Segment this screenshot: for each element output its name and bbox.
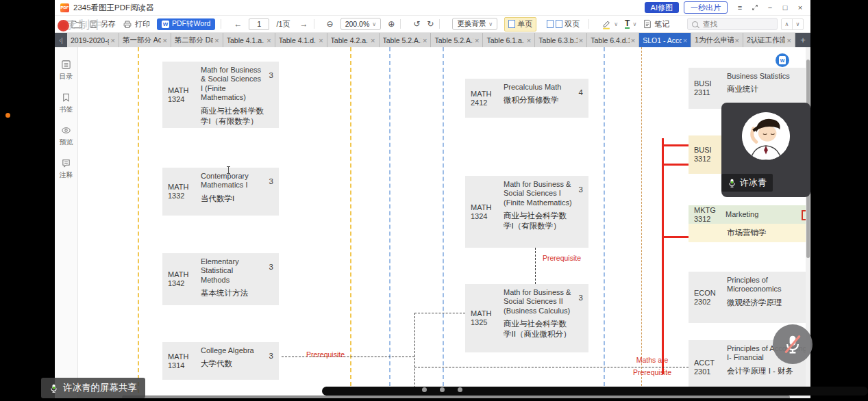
search-icon — [692, 21, 698, 27]
change-background-select[interactable]: 更换背景 ∨ — [452, 18, 497, 30]
left-sidebar: 目录 书签 预览 注释 — [55, 47, 78, 398]
mic-muted-button[interactable] — [773, 324, 813, 364]
tab-close-icon[interactable]: × — [371, 36, 375, 44]
page-nav-dot[interactable] — [458, 387, 462, 392]
pdf-canvas[interactable]: Prerequisite Prerequisite Maths are Prer… — [78, 47, 810, 398]
course-credits: 3 — [264, 257, 273, 301]
course-credits: 3 — [264, 172, 273, 211]
sidebar-item-bookmarks[interactable]: 书签 — [60, 92, 73, 114]
notes-button[interactable]: 笔记 — [643, 19, 669, 29]
rotate-right-icon[interactable]: ↻ — [427, 19, 434, 29]
tab-list: 2019-2020-g × 第一部分 Aca × 第二部分 Dat × Tabl… — [67, 33, 795, 47]
save-as-button[interactable]: 另存 — [89, 19, 116, 29]
document-tab[interactable]: 第二部分 Dat × — [171, 33, 223, 47]
new-tab-button[interactable]: + — [795, 33, 810, 47]
mic-icon — [49, 383, 58, 393]
guide-line-blue — [443, 47, 444, 393]
pdf-to-word-button[interactable]: W PDF转Word — [157, 18, 215, 30]
tab-scroll-left-button[interactable]: ‹| — [55, 33, 67, 47]
double-page-mode-button[interactable]: 双页 — [543, 18, 583, 31]
document-tab[interactable]: Table 6.4.d.1 × — [587, 33, 639, 47]
minimize-button[interactable]: − — [762, 1, 778, 14]
horizontal-scrollbar-thumb[interactable] — [122, 396, 790, 398]
document-tab[interactable]: SLO1 - Accou × — [639, 33, 691, 47]
tab-close-icon[interactable]: × — [162, 36, 166, 44]
sidebar-item-annotations[interactable]: 注释 — [60, 158, 73, 180]
ai-edit-button[interactable]: AI修图 — [645, 2, 679, 13]
tab-close-icon[interactable]: × — [683, 36, 687, 44]
fullscreen-icon[interactable] — [747, 1, 762, 14]
tab-close-icon[interactable]: × — [266, 36, 271, 44]
zoom-level-value: 200.0% — [345, 20, 370, 28]
text-tool-button[interactable]: T ∨ — [625, 19, 636, 29]
tab-close-icon[interactable]: × — [475, 36, 479, 44]
course-title: Marketing — [726, 210, 758, 219]
tab-label: Table 4.1.d. C — [279, 36, 317, 44]
course-title: Math for Business & Social Sciences I (F… — [504, 180, 573, 207]
page-nav-dot[interactable] — [422, 387, 427, 392]
tab-close-icon[interactable]: × — [110, 36, 114, 44]
document-tab[interactable]: Table 4.1.d. C × — [275, 33, 327, 47]
page-nav-dot[interactable] — [440, 387, 445, 392]
course-title-zh: 微观经济学原理 — [727, 298, 809, 308]
course-box-econ-2302: ECON 2302 Principles of Microeconomics 微… — [689, 272, 810, 323]
menu-icon[interactable]: ≡ — [732, 1, 747, 14]
course-code: MATH 1324 — [471, 180, 502, 244]
course-credits: 4 — [573, 83, 583, 114]
document-tab[interactable]: 2019-2020-g × — [67, 33, 119, 47]
one-sec-video-button[interactable]: 一秒出片 — [684, 1, 728, 14]
document-tab[interactable]: 2认证工作流程 × — [743, 33, 795, 47]
printer-icon — [123, 20, 132, 29]
tab-close-icon[interactable]: × — [527, 36, 531, 44]
document-tab[interactable]: 1为什么申请A × — [691, 33, 743, 47]
separator — [439, 19, 440, 29]
meeting-dock-bar[interactable] — [322, 387, 868, 396]
highlighter-tool-button[interactable]: ∨ — [602, 19, 618, 29]
search-prev-icon[interactable]: ∧ — [782, 19, 793, 29]
prerequisite-label: Prerequisite — [306, 350, 345, 359]
tab-label: Table 4.1.a. N — [227, 36, 265, 44]
page-number-input[interactable] — [249, 18, 269, 30]
participant-video-tile[interactable]: 许冰青 — [721, 103, 810, 197]
sidebar-item-preview[interactable]: 预览 — [60, 125, 73, 147]
document-tab[interactable]: 第一部分 Aca × — [119, 33, 171, 47]
tab-close-icon[interactable]: × — [735, 36, 739, 44]
document-tab[interactable]: Table 6.1.a. C × — [483, 33, 535, 47]
folder-icon — [71, 20, 82, 29]
zoom-in-icon[interactable]: ⊕ — [388, 19, 395, 29]
single-page-mode-button[interactable]: 单页 — [504, 17, 536, 31]
sidebar-item-toc[interactable]: 目录 — [60, 60, 73, 81]
course-credits: 3 — [264, 66, 273, 124]
tab-label: Table 6.4.d.1 — [591, 36, 629, 44]
search-next-icon[interactable]: ∨ — [793, 19, 803, 29]
document-tab[interactable]: Table 5.2.A.1 × — [431, 33, 483, 47]
zoom-level-select[interactable]: 200.0% ∨ — [340, 18, 381, 30]
document-tab[interactable]: Table 4.2.a. A × — [327, 33, 380, 47]
tab-close-icon[interactable]: × — [423, 36, 427, 44]
tab-close-icon[interactable]: × — [631, 36, 635, 44]
next-page-button[interactable]: → — [300, 19, 308, 29]
tab-close-icon[interactable]: × — [786, 36, 791, 44]
search-input[interactable] — [702, 19, 759, 29]
tab-close-icon[interactable]: × — [214, 36, 219, 44]
rotate-left-icon[interactable]: ↺ — [413, 19, 420, 29]
tab-label: SLO1 - Accou — [643, 36, 681, 44]
screen-share-banner: 许冰青的屏幕共享 — [41, 378, 145, 398]
close-button[interactable]: × — [793, 1, 808, 14]
print-button[interactable]: 打印 — [123, 19, 150, 29]
word-export-float-icon[interactable]: W — [776, 53, 789, 67]
open-file-button[interactable] — [71, 20, 82, 29]
document-tab[interactable]: Table 5.2.A.1 × — [380, 33, 432, 47]
search-box[interactable] — [687, 18, 778, 30]
document-tab[interactable]: Table 4.1.a. N × — [223, 33, 275, 47]
zoom-out-icon[interactable]: ⊖ — [327, 19, 334, 29]
course-title-zh: 商业与社会科学数学II（商业微积分） — [504, 319, 573, 339]
previous-page-button[interactable]: ← — [234, 19, 242, 29]
tab-close-icon[interactable]: × — [319, 36, 323, 44]
prerequisite-line — [414, 313, 415, 391]
course-title-zh: 商业与社会科学数学I（有限数学） — [504, 211, 573, 231]
document-tab[interactable]: Table 6.3.b.1 × — [535, 33, 587, 47]
course-title: Math for Business & Social Sciences II (… — [504, 288, 573, 315]
tab-close-icon[interactable]: × — [579, 36, 583, 44]
maximize-button[interactable]: □ — [778, 1, 793, 14]
